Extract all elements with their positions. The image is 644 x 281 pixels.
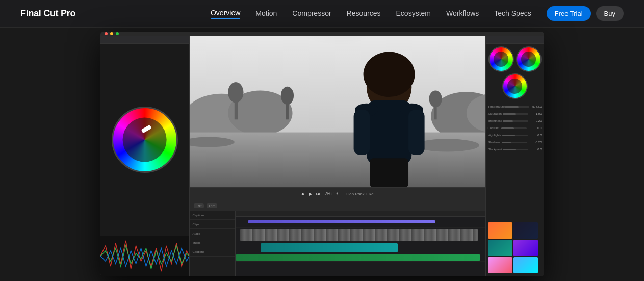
contrast-label: Contrast <box>488 126 500 130</box>
brightness-value: -0.20 <box>529 119 542 122</box>
right-panel: Temperature 5782.0 Saturation 1.00 Brigh… <box>485 36 544 276</box>
highlights-param: Highlights 0.0 <box>488 132 542 138</box>
preview-scene <box>190 36 485 187</box>
color-wheel[interactable] <box>112 107 178 173</box>
svg-rect-22 <box>408 110 425 155</box>
nav-links: Overview Motion Compressor Resources Eco… <box>211 9 531 19</box>
track-label-music: Music <box>190 238 235 247</box>
brightness-bar[interactable] <box>503 120 528 122</box>
color-wheel-area <box>100 44 189 236</box>
blackpoint-label: Blackpoint <box>488 148 502 151</box>
nav-actions: Free Trial Buy <box>547 6 624 21</box>
track-labels: Captions Clips Audio Music <box>190 211 236 276</box>
left-top-bar <box>100 36 189 44</box>
right-thumbnails <box>486 220 544 276</box>
contrast-bar[interactable] <box>501 127 527 129</box>
saturation-bar[interactable] <box>503 113 528 115</box>
svg-rect-21 <box>353 110 370 155</box>
timeline-ruler <box>236 211 485 217</box>
thumbnail-2[interactable] <box>513 222 538 239</box>
maximize-button-icon[interactable] <box>116 32 119 35</box>
track-label-captions: Captions <box>190 211 235 220</box>
playback-bar: ⏮ ▶ ⏭ 20:13 Cap Rock Hike <box>190 187 485 200</box>
svg-point-11 <box>429 90 442 107</box>
blackpoint-param: Blackpoint 0.0 <box>488 146 542 152</box>
track-label-clips: Clips <box>190 220 235 229</box>
shadows-wheel[interactable] <box>488 46 514 72</box>
brightness-param: Brightness -0.20 <box>488 118 542 124</box>
track-label-audio: Audio <box>190 229 235 238</box>
nav-link-tech-specs[interactable]: Tech Specs <box>494 9 531 18</box>
highlights-bar[interactable] <box>502 135 528 136</box>
timeline-clips-area[interactable] <box>236 211 485 276</box>
nav-link-overview[interactable]: Overview <box>211 9 240 19</box>
highlights-wheel[interactable] <box>502 73 528 99</box>
main-content: ⏮ ▶ ⏭ 20:13 Cap Rock Hike Edit Trim <box>0 28 644 281</box>
color-wheels-area <box>486 44 544 101</box>
temperature-label: Temperature <box>488 105 505 108</box>
close-button-icon[interactable] <box>105 32 108 35</box>
thumbnail-3[interactable] <box>488 240 512 256</box>
rewind-icon[interactable]: ⏮ <box>301 192 305 196</box>
midtones-wheel[interactable] <box>516 46 542 72</box>
svg-point-16 <box>363 52 415 97</box>
nav-link-motion[interactable]: Motion <box>255 9 277 18</box>
blackpoint-bar[interactable] <box>503 149 528 150</box>
trim-button[interactable]: Trim <box>207 203 218 208</box>
temperature-bar[interactable] <box>505 106 529 108</box>
audio-track-row[interactable] <box>236 242 485 253</box>
right-top-bar <box>486 36 544 44</box>
shadows-param: Shadows -0.25 <box>488 139 542 145</box>
left-panel <box>100 36 190 276</box>
timeline-toolbar: Edit Trim <box>190 200 485 211</box>
nav-link-compressor[interactable]: Compressor <box>292 9 331 18</box>
nav-link-workflows[interactable]: Workflows <box>446 9 479 18</box>
thumbnail-row-2 <box>488 240 542 256</box>
nav-link-resources[interactable]: Resources <box>347 9 381 18</box>
app-body: ⏮ ▶ ⏭ 20:13 Cap Rock Hike Edit Trim <box>100 36 544 276</box>
audio-clip[interactable] <box>261 243 398 252</box>
caption-clip[interactable] <box>248 220 435 223</box>
music-clip[interactable] <box>236 254 480 261</box>
wheel-indicator <box>141 125 152 134</box>
minimize-button-icon[interactable] <box>110 32 113 35</box>
music-track-row[interactable] <box>236 253 485 262</box>
app-screenshot: ⏮ ▶ ⏭ 20:13 Cap Rock Hike Edit Trim <box>100 32 544 276</box>
wheels-bottom-row <box>488 73 542 99</box>
wheels-top-row <box>488 46 542 72</box>
waveform-area <box>100 236 189 276</box>
edit-button[interactable]: Edit <box>194 203 204 208</box>
saturation-param: Saturation 1.00 <box>488 111 542 117</box>
brightness-label: Brightness <box>488 119 502 122</box>
clips-track-row[interactable] <box>236 228 485 242</box>
shadows-bar[interactable] <box>502 142 527 143</box>
caption-track-row[interactable] <box>236 217 485 228</box>
nav-link-ecosystem[interactable]: Ecosystem <box>396 9 431 18</box>
shadows-label: Shadows <box>488 141 501 144</box>
main-clips[interactable] <box>240 229 478 241</box>
thumbnail-5[interactable] <box>488 257 512 273</box>
thumbnail-1[interactable] <box>488 222 512 239</box>
temperature-value: 5782.0 <box>529 105 542 108</box>
free-trial-button[interactable]: Free Trial <box>547 6 591 21</box>
track-label-captions2: Captions <box>190 247 235 257</box>
contrast-value: 0.0 <box>529 126 542 130</box>
thumbnail-row-1 <box>488 222 542 239</box>
thumbnail-4[interactable] <box>513 240 538 256</box>
buy-button[interactable]: Buy <box>596 6 624 21</box>
blackpoint-value: 0.0 <box>529 148 542 151</box>
saturation-label: Saturation <box>488 112 502 115</box>
app-logo: Final Cut Pro <box>20 8 75 19</box>
svg-rect-20 <box>370 158 408 187</box>
fast-forward-icon[interactable]: ⏭ <box>316 192 320 196</box>
app-title-bar <box>100 32 544 36</box>
playback-time: 20:13 <box>324 191 338 196</box>
shadows-value: -0.25 <box>529 141 542 144</box>
saturation-value: 1.00 <box>529 112 542 115</box>
play-icon[interactable]: ▶ <box>309 192 312 196</box>
middle-panel: ⏮ ▶ ⏭ 20:13 Cap Rock Hike Edit Trim <box>190 36 485 276</box>
highlights-label: Highlights <box>488 134 501 137</box>
thumbnail-6[interactable] <box>513 257 538 273</box>
temperature-param: Temperature 5782.0 <box>488 104 542 110</box>
navigation: Final Cut Pro Overview Motion Compressor… <box>0 0 644 28</box>
